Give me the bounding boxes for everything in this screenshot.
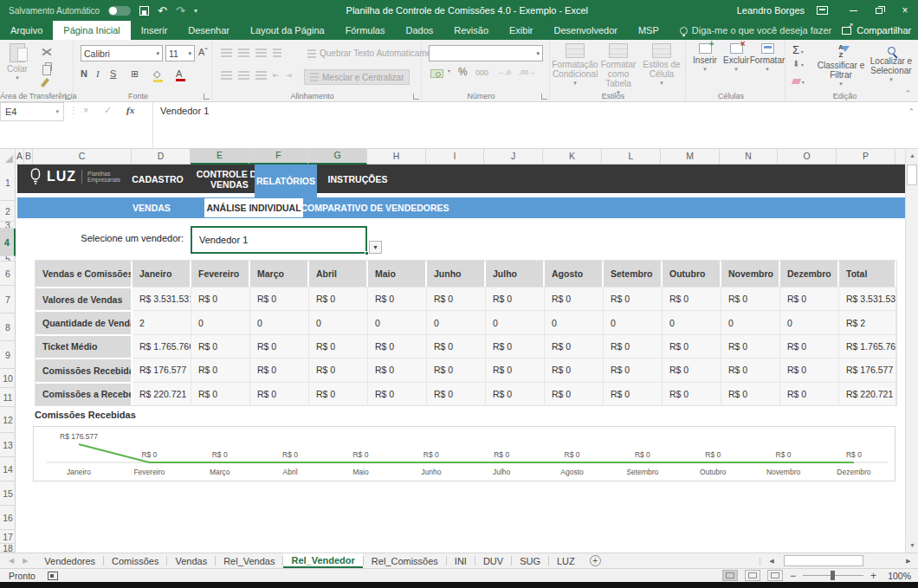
row-header-11[interactable]: 11 — [0, 388, 16, 407]
horizontal-scrollbar[interactable]: ⋮ ◀ ▶ — [756, 553, 918, 568]
menu-tab-dados[interactable]: Dados — [395, 21, 443, 40]
row-header-12[interactable]: 12 — [0, 407, 16, 433]
subtab-comparativo-de-vendedores[interactable]: COMPARATIVO DE VENDEDORES — [306, 197, 444, 218]
column-header-p[interactable]: P — [837, 149, 895, 165]
zoom-out-icon[interactable]: − — [790, 570, 796, 582]
font-color-icon[interactable]: A — [176, 68, 182, 79]
column-header-l[interactable]: L — [602, 149, 661, 165]
splitter-handle[interactable]: ⋮ — [756, 557, 764, 565]
cell-styles-button[interactable]: Estilos de Célula ▾ — [640, 43, 683, 87]
column-header-e[interactable]: E — [191, 149, 249, 165]
alignment-dialog-launcher[interactable] — [413, 94, 419, 100]
row-header-8[interactable]: 8 — [0, 313, 16, 341]
row-header-1[interactable]: 1 — [0, 165, 16, 201]
sheet-tab-comissoes[interactable]: Comissões — [104, 553, 166, 568]
sort-filter-button[interactable]: AZ Classificar e Filtrar ▾ — [817, 43, 865, 87]
sheet-tab-ini[interactable]: INI — [447, 553, 475, 568]
column-header-d[interactable]: D — [132, 149, 191, 165]
column-header-o[interactable]: O — [778, 149, 837, 165]
new-sheet-button[interactable]: + — [590, 555, 601, 566]
menu-tab-revisao[interactable]: Revisão — [443, 21, 499, 40]
column-header-f[interactable]: F — [249, 149, 308, 165]
delete-cells-button[interactable]: Excluir ▾ — [721, 43, 752, 73]
collapse-ribbon-icon[interactable]: ⌃ — [904, 89, 911, 98]
bold-button[interactable]: N — [81, 68, 87, 79]
sheet-tab-rel-comissoes[interactable]: Rel_Comissões — [364, 553, 446, 568]
sheet-tab-luz[interactable]: LUZ — [549, 553, 583, 568]
find-select-button[interactable]: Localizar e Selecionar ▾ — [867, 43, 915, 83]
scroll-down-icon[interactable]: ▼ — [906, 539, 918, 552]
clear-icon[interactable]: ▾ — [792, 76, 805, 86]
row-header-18[interactable]: 18 — [0, 544, 16, 552]
scroll-right-icon[interactable]: ▶ — [902, 555, 915, 567]
column-header-j[interactable]: J — [484, 149, 543, 165]
menu-tab-desenvolvedor[interactable]: Desenvolvedor — [544, 21, 628, 40]
horizontal-align-icons[interactable]: ⇤⇥ — [221, 71, 292, 80]
merge-center-button[interactable]: Mesclar e Centralizar — [304, 69, 410, 85]
row-header-3[interactable]: 3 — [0, 222, 16, 229]
format-as-table-button[interactable]: Formatar como Tabela ▾ — [597, 43, 640, 96]
borders-icon[interactable]: ⊞ — [131, 68, 139, 80]
comma-style-icon[interactable]: 000 — [475, 68, 488, 77]
sheet-tab-rel-vendas[interactable]: Rel_Vendas — [216, 553, 282, 568]
zoom-slider-thumb[interactable] — [831, 571, 835, 580]
confirm-entry-icon[interactable]: ✓ — [104, 105, 112, 116]
subtab-analise-individual[interactable]: ANÁLISE INDIVIDUAL — [204, 198, 303, 217]
menu-tab-pagina-inicial[interactable]: Página Inicial — [53, 21, 130, 40]
column-header-n[interactable]: N — [720, 149, 778, 165]
italic-button[interactable]: I — [96, 68, 100, 79]
fill-color-icon[interactable]: ◇ — [153, 68, 160, 80]
column-header-a[interactable]: A — [16, 149, 24, 165]
subtab-vendas[interactable]: VENDAS — [95, 197, 208, 218]
font-dialog-launcher[interactable] — [204, 94, 210, 100]
restore-button[interactable] — [866, 0, 892, 21]
column-header-k[interactable]: K — [543, 149, 602, 165]
formula-bar-collapse-icon[interactable]: ⌃ — [908, 107, 915, 116]
select-all-corner[interactable] — [0, 149, 16, 165]
scroll-left-icon[interactable]: ◀ — [766, 555, 778, 567]
row-header-15[interactable]: 15 — [0, 481, 16, 506]
number-dialog-launcher[interactable] — [541, 94, 547, 100]
zoom-slider[interactable] — [803, 575, 863, 576]
menu-tab-layout-da-pagina[interactable]: Layout da Página — [240, 21, 335, 40]
zoom-in-icon[interactable]: + — [870, 570, 876, 582]
share-button[interactable]: Compartilhar — [842, 21, 918, 40]
insert-cells-button[interactable]: Inserir ▾ — [689, 43, 721, 73]
column-header-m[interactable]: M — [661, 149, 720, 165]
row-header-13[interactable]: 13 — [0, 433, 16, 457]
accounting-format-icon[interactable] — [430, 69, 443, 78]
sheet-tab-vendedores[interactable]: Vendedores — [36, 553, 103, 568]
sheet-tab-rel-vendedor[interactable]: Rel_Vendedor — [283, 553, 362, 568]
nav-tab-instrucoes[interactable]: INSTRUÇÕES — [320, 165, 395, 193]
number-format-combo[interactable]: ▾ — [429, 45, 543, 61]
font-size-combo[interactable]: 11▾ — [165, 45, 195, 61]
cut-icon[interactable] — [42, 47, 52, 56]
column-header-g[interactable]: G — [308, 149, 367, 165]
decrease-decimal-icon[interactable]: ,00→ — [519, 68, 535, 76]
grow-font-icon[interactable]: Aˆ — [198, 47, 208, 57]
vertical-scrollbar[interactable]: ▲ ▼ — [905, 149, 918, 552]
row-header-17[interactable]: 17 — [0, 530, 16, 544]
nav-tab-relatorios[interactable]: RELATÓRIOS — [255, 165, 317, 197]
column-header-h[interactable]: H — [367, 149, 426, 165]
row-header-9[interactable]: 9 — [0, 341, 16, 369]
sheet-tab-vendas[interactable]: Vendas — [167, 553, 215, 568]
vertical-align-icons[interactable] — [221, 48, 281, 57]
column-header-c[interactable]: C — [33, 149, 132, 165]
accounting-caret[interactable]: ▾ — [448, 68, 450, 74]
underline-button[interactable]: S — [110, 68, 116, 79]
user-name[interactable]: Leandro Borges — [737, 5, 805, 16]
font-name-combo[interactable]: Calibri▾ — [81, 45, 163, 61]
row-header-6[interactable]: 6 — [0, 262, 16, 286]
row-header-10[interactable]: 10 — [0, 369, 16, 388]
save-icon[interactable] — [139, 6, 149, 16]
column-header-b[interactable]: B — [24, 149, 33, 165]
menu-tab-inserir[interactable]: Inserir — [131, 21, 178, 40]
copy-icon[interactable] — [45, 62, 52, 71]
cancel-entry-icon[interactable]: × — [83, 105, 88, 115]
column-header-i[interactable]: I — [426, 149, 484, 165]
page-break-view-button[interactable] — [767, 570, 783, 581]
menu-tab-exibir[interactable]: Exibir — [499, 21, 544, 40]
menu-tab-arquivo[interactable]: Arquivo — [0, 21, 53, 40]
undo-icon[interactable]: ↶ — [158, 4, 167, 17]
